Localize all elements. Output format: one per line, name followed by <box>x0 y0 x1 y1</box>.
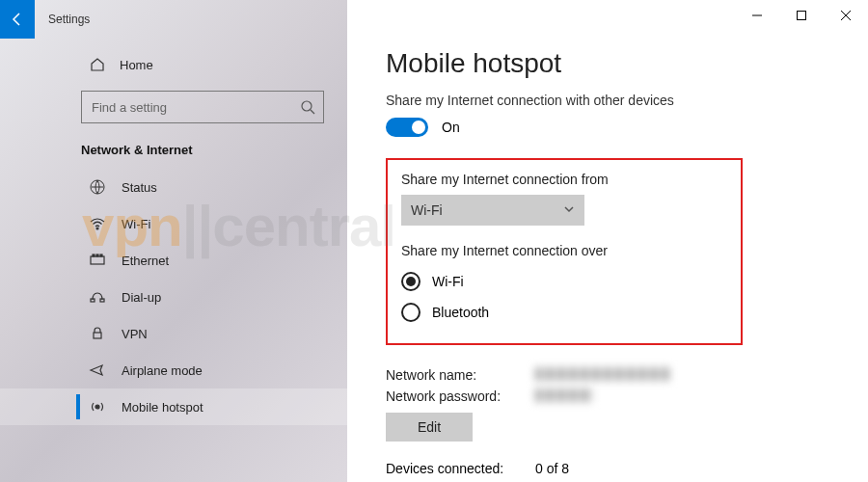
sidebar-item-label: Dial-up <box>122 290 161 305</box>
search-box[interactable] <box>81 91 324 123</box>
sidebar-item-vpn[interactable]: VPN <box>0 315 347 352</box>
sidebar-item-hotspot[interactable]: Mobile hotspot <box>0 388 347 425</box>
wifi-icon <box>89 215 106 232</box>
sidebar-item-status[interactable]: Status <box>0 169 347 205</box>
share-description: Share my Internet connection with other … <box>386 93 839 108</box>
sidebar-home[interactable]: Home <box>0 48 347 81</box>
network-password-label: Network password: <box>386 388 535 404</box>
sidebar-heading: Network & Internet <box>0 127 347 169</box>
devices-value: 0 of 8 <box>535 461 569 476</box>
back-button[interactable] <box>0 0 35 39</box>
hotspot-icon <box>89 398 106 415</box>
search-input[interactable] <box>92 100 300 115</box>
svg-point-15 <box>95 405 99 409</box>
vpn-icon <box>89 325 106 342</box>
dialup-icon <box>89 288 106 306</box>
svg-rect-10 <box>96 254 98 256</box>
sidebar-item-dialup[interactable]: Dial-up <box>0 279 347 315</box>
chevron-down-icon <box>563 202 575 218</box>
network-name-label: Network name: <box>386 367 535 383</box>
svg-rect-11 <box>100 254 102 256</box>
svg-line-5 <box>311 110 314 114</box>
sidebar-home-label: Home <box>120 58 153 72</box>
ethernet-icon <box>89 252 106 269</box>
sidebar: Home Network & Internet Status Wi-Fi Eth… <box>0 0 347 482</box>
radio-icon <box>401 303 420 322</box>
svg-point-4 <box>302 101 312 111</box>
sidebar-item-label: Mobile hotspot <box>122 400 203 415</box>
search-icon <box>300 99 315 115</box>
highlighted-section: Share my Internet connection from Wi-Fi … <box>386 158 743 345</box>
share-from-dropdown[interactable]: Wi-Fi <box>401 195 584 226</box>
close-button[interactable] <box>824 0 868 31</box>
svg-rect-9 <box>93 254 95 256</box>
network-name-value <box>535 367 670 381</box>
airplane-icon <box>89 362 106 379</box>
radio-label: Bluetooth <box>432 305 489 320</box>
sidebar-item-label: Wi-Fi <box>122 217 150 231</box>
radio-label: Wi-Fi <box>432 274 464 289</box>
svg-point-7 <box>96 228 98 229</box>
svg-rect-13 <box>100 299 104 302</box>
svg-rect-8 <box>91 256 104 264</box>
hotspot-toggle[interactable] <box>386 118 428 137</box>
sidebar-item-label: Status <box>122 180 157 195</box>
sidebar-item-wifi[interactable]: Wi-Fi <box>0 205 347 242</box>
edit-button[interactable]: Edit <box>386 413 473 442</box>
sidebar-item-label: Airplane mode <box>122 363 203 378</box>
sidebar-item-label: Ethernet <box>122 254 169 268</box>
svg-rect-14 <box>94 333 101 338</box>
sidebar-item-label: VPN <box>122 327 148 341</box>
sidebar-item-airplane[interactable]: Airplane mode <box>0 352 347 388</box>
network-password-value <box>535 388 593 402</box>
devices-label: Devices connected: <box>386 461 535 476</box>
home-icon <box>89 56 106 73</box>
toggle-state-label: On <box>442 120 460 135</box>
radio-icon <box>401 272 420 291</box>
share-from-label: Share my Internet connection from <box>401 172 727 187</box>
main-panel: Mobile hotspot Share my Internet connect… <box>347 0 868 482</box>
dropdown-value: Wi-Fi <box>411 202 443 218</box>
radio-wifi[interactable]: Wi-Fi <box>401 266 727 297</box>
share-over-label: Share my Internet connection over <box>401 243 727 258</box>
svg-rect-12 <box>91 299 95 302</box>
status-icon <box>89 178 106 196</box>
maximize-button[interactable] <box>779 0 824 31</box>
page-title: Mobile hotspot <box>386 48 839 79</box>
radio-bluetooth[interactable]: Bluetooth <box>401 297 727 328</box>
window-title: Settings <box>48 13 90 26</box>
sidebar-item-ethernet[interactable]: Ethernet <box>0 242 347 279</box>
titlebar: Settings <box>0 0 868 39</box>
minimize-button[interactable] <box>735 0 779 31</box>
svg-rect-1 <box>798 12 806 20</box>
